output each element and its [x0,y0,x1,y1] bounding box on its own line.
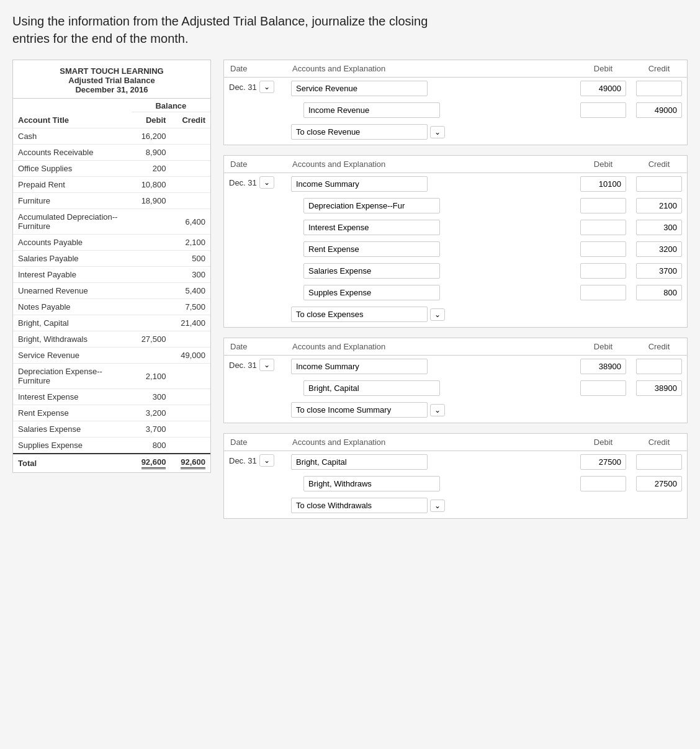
sub-account-input[interactable] [303,285,440,300]
sub-entry-row [224,282,687,303]
main-account-input[interactable] [291,81,428,96]
je-debit-header: Debit [575,156,631,173]
sub-date-cell [224,195,286,217]
sub-credit-input[interactable] [636,198,682,213]
debit-value [132,283,171,299]
main-credit-cell [631,78,687,100]
date-dropdown-btn[interactable]: ⌄ [259,454,274,467]
table-row: Unearned Revenue 5,400 [13,283,210,299]
account-name: Interest Payable [13,267,132,283]
main-debit-input[interactable] [580,454,626,470]
debit-header: Debit [132,112,171,128]
main-debit-input[interactable] [580,81,626,96]
date-dropdown-btn[interactable]: ⌄ [259,176,274,189]
explanation-input[interactable] [291,124,428,140]
main-date-cell: Dec. 31 ⌄ [224,78,286,100]
table-row: Supplies Expense 800 [13,437,210,454]
sub-account-input[interactable] [303,476,440,491]
main-acct-cell [286,451,575,473]
date-dropdown-btn[interactable]: ⌄ [259,81,274,93]
credit-value [171,421,210,437]
main-debit-input[interactable] [580,176,626,192]
sub-credit-input[interactable] [636,241,682,257]
sub-debit-cell [575,238,631,260]
account-name: Depreciation Expense--Furniture [13,364,132,389]
sub-credit-input[interactable] [636,380,682,396]
sub-debit-cell [575,473,631,495]
total-label: Total [13,454,132,472]
sub-credit-input[interactable] [636,263,682,279]
sub-acct-cell [286,99,575,121]
explanation-input[interactable] [291,402,428,418]
main-credit-cell [631,173,687,195]
account-name: Rent Expense [13,405,132,421]
je-date-header: Date [224,156,286,173]
explanation-dropdown-btn[interactable]: ⌄ [430,404,445,416]
credit-value [171,405,210,421]
credit-header: Credit [171,112,210,128]
table-row: Bright, Capital 21,400 [13,315,210,331]
explanation-dropdown-btn[interactable]: ⌄ [430,308,445,321]
journal-entry-4: Date Accounts and Explanation Debit Cred… [223,433,688,519]
main-account-input[interactable] [291,454,428,470]
sub-date-cell [224,217,286,238]
date-dropdown-btn[interactable]: ⌄ [259,359,274,371]
je-debit-header: Debit [575,60,631,78]
credit-value: 49,000 [171,348,210,364]
explanation-dropdown-btn[interactable]: ⌄ [430,126,445,138]
credit-value: 2,100 [171,235,210,251]
sub-acct-cell [286,195,575,217]
debit-value: 800 [132,437,171,454]
debit-value: 3,200 [132,405,171,421]
credit-value [171,364,210,389]
journal-entry-3: Date Accounts and Explanation Debit Cred… [223,338,688,423]
debit-value [132,209,171,235]
main-account-input[interactable] [291,176,428,192]
sub-account-input[interactable] [303,102,440,118]
sub-account-input[interactable] [303,220,440,235]
sub-debit-cell [575,217,631,238]
table-row: Accounts Payable 2,100 [13,235,210,251]
explanation-input[interactable] [291,307,428,322]
sub-acct-cell [286,282,575,303]
account-name: Unearned Revenue [13,283,132,299]
explanation-input[interactable] [291,498,428,513]
account-name: Notes Payable [13,299,132,315]
date-text: Dec. 31 [229,456,257,465]
account-name: Furniture [13,193,132,209]
table-row: Prepaid Rent 10,800 [13,177,210,193]
sub-credit-input[interactable] [636,476,682,491]
explanation-cell: ⌄ [286,303,687,327]
account-name: Accounts Payable [13,235,132,251]
je-credit-header: Credit [631,434,687,451]
sub-date-cell [224,99,286,121]
je-acct-header: Accounts and Explanation [286,60,575,78]
sub-account-input[interactable] [303,241,440,257]
sub-debit-cell [575,195,631,217]
credit-value [171,193,210,209]
sub-entry-row [224,217,687,238]
main-entry-row: Dec. 31 ⌄ [224,173,687,195]
sub-credit-input[interactable] [636,102,682,118]
sub-account-input[interactable] [303,198,440,213]
sub-credit-input[interactable] [636,220,682,235]
account-name: Accounts Receivable [13,145,132,161]
credit-value: 300 [171,267,210,283]
debit-value: 2,100 [132,364,171,389]
main-debit-cell [575,356,631,378]
main-credit-cell [631,451,687,473]
explanation-dropdown-btn[interactable]: ⌄ [430,500,445,512]
explanation-row: ⌄ [224,303,687,327]
account-name: Supplies Expense [13,437,132,454]
journal-section: Date Accounts and Explanation Debit Cred… [223,60,688,519]
sub-account-input[interactable] [303,263,440,279]
sub-account-input[interactable] [303,380,440,396]
main-debit-input[interactable] [580,359,626,374]
sub-credit-input[interactable] [636,285,682,300]
main-account-input[interactable] [291,359,428,374]
date-text: Dec. 31 [229,178,257,187]
credit-value [171,389,210,405]
balance-header: Balance [132,99,210,112]
main-credit-cell [631,356,687,378]
debit-value: 300 [132,389,171,405]
